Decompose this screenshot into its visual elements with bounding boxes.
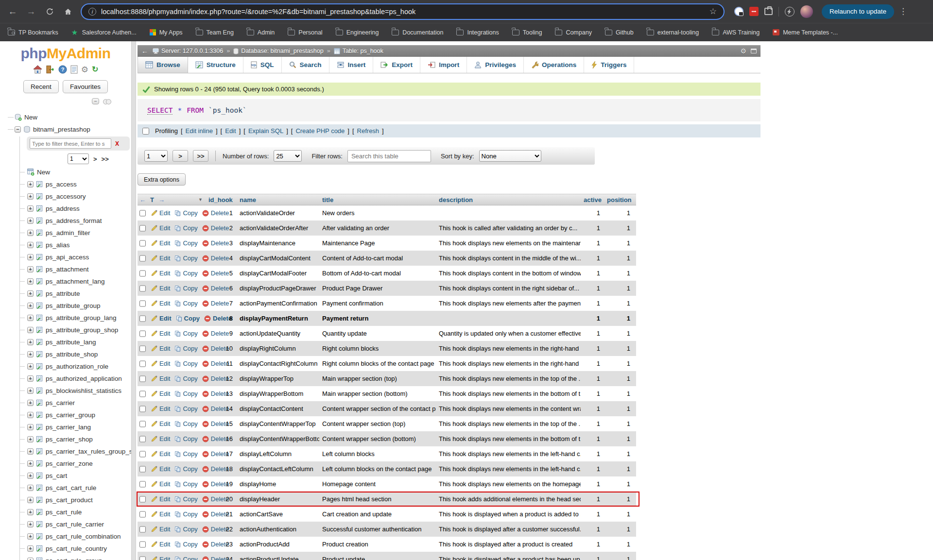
fulltext-left-icon[interactable]: ← (139, 196, 146, 204)
expand-icon[interactable]: + (27, 485, 34, 491)
sidebar-item-table[interactable]: + ps_blockwishlist_statistics (20, 385, 131, 397)
create-php-code-link[interactable]: Create PHP code (295, 127, 345, 135)
sidebar-item-table[interactable]: + ps_attachment (20, 263, 131, 275)
expand-icon[interactable]: + (27, 254, 34, 260)
row-checkbox[interactable] (139, 496, 146, 503)
expand-icon[interactable]: + (27, 497, 34, 503)
tree-filter-input[interactable] (30, 138, 111, 149)
sidebar-item-table[interactable]: + ps_attribute (20, 288, 131, 300)
sidebar-item-table[interactable]: + ps_attribute_shop (20, 348, 131, 360)
sidebar-item-table[interactable]: + ps_address_format (20, 215, 131, 227)
edit-link[interactable]: Edit (151, 270, 170, 277)
row-checkbox[interactable] (139, 526, 146, 533)
sidebar-item-table[interactable]: + ps_authorization_role (20, 360, 131, 373)
edit-link[interactable]: Edit (151, 495, 170, 503)
edit-link[interactable]: Edit (151, 300, 170, 307)
edit-link[interactable]: Edit (151, 450, 170, 458)
edit-link[interactable]: Edit (151, 255, 170, 262)
bookmark-item[interactable]: Tooling (512, 29, 542, 36)
password-manager-icon[interactable] (734, 7, 743, 16)
expand-icon[interactable]: + (27, 460, 34, 467)
expand-icon[interactable]: + (27, 375, 34, 382)
lightning-icon[interactable] (785, 7, 795, 17)
sidebar-item-table[interactable]: + ps_alias (20, 239, 131, 251)
expand-icon[interactable]: + (27, 412, 34, 418)
sidebar-item-table[interactable]: + ps_cart (20, 470, 131, 482)
fulltext-right-icon[interactable]: → (158, 196, 165, 204)
expand-icon[interactable]: + (27, 521, 34, 527)
bookmark-item[interactable]: AWS Training (712, 29, 760, 36)
row-checkbox[interactable] (139, 210, 146, 217)
row-checkbox[interactable] (139, 345, 146, 352)
edit-link[interactable]: Edit (151, 526, 170, 533)
bookmark-item[interactable]: Team Eng (196, 29, 234, 36)
lastpass-icon[interactable]: ••• (749, 7, 759, 16)
bookmark-item[interactable]: Integrations (456, 29, 499, 36)
sidebar-item-table[interactable]: + ps_carrier_shop (20, 433, 131, 445)
copy-link[interactable]: Copy (174, 405, 197, 412)
back-icon[interactable]: ← (5, 4, 20, 19)
expand-icon[interactable]: + (27, 327, 34, 333)
row-checkbox[interactable] (139, 556, 146, 560)
sidebar-item-new-database[interactable]: New (0, 111, 131, 123)
bookmark-star-icon[interactable]: ☆ (709, 6, 717, 17)
expand-icon[interactable]: + (27, 193, 34, 200)
bookmark-item[interactable]: Company (555, 29, 592, 36)
tab-privileges[interactable]: Privileges (467, 57, 524, 73)
copy-link[interactable]: Copy (174, 375, 197, 382)
expand-icon[interactable]: + (27, 558, 34, 560)
copy-link[interactable]: Copy (174, 345, 197, 352)
expand-icon[interactable]: + (27, 363, 34, 370)
column-header-position[interactable]: position (604, 196, 636, 204)
edit-inline-link[interactable]: Edit inline (186, 127, 213, 135)
expand-icon[interactable]: + (27, 351, 34, 357)
bookmark-item[interactable]: Github (605, 29, 634, 36)
sidebar-item-table[interactable]: + ps_cart_rule_country (20, 543, 131, 555)
edit-link[interactable]: Edit (151, 390, 170, 397)
collapse-icon[interactable]: − (15, 126, 21, 133)
row-checkbox[interactable] (139, 390, 146, 397)
row-checkbox[interactable] (139, 451, 146, 458)
sidebar-item-table[interactable]: + ps_cart_cart_rule (20, 482, 131, 494)
browser-menu-icon[interactable]: ⋮ (897, 6, 909, 17)
row-checkbox[interactable] (139, 285, 146, 292)
next-page-button[interactable]: > (173, 150, 188, 162)
sidebar-item-table[interactable]: + ps_address (20, 203, 131, 215)
expand-icon[interactable]: + (27, 400, 34, 406)
edit-link[interactable]: Edit (151, 360, 170, 367)
expand-icon[interactable]: + (27, 339, 34, 345)
copy-link[interactable]: Copy (174, 541, 197, 548)
edit-link[interactable]: Edit (151, 405, 170, 412)
row-checkbox[interactable] (139, 330, 146, 337)
docs-icon[interactable] (70, 65, 78, 74)
clear-filter-icon[interactable]: X (115, 140, 119, 147)
filter-input[interactable] (347, 150, 431, 162)
sidebar-item-table[interactable]: + ps_attribute_group_shop (20, 324, 131, 336)
site-info-icon[interactable]: i (88, 8, 96, 16)
collapse-all-icon[interactable]: − (92, 98, 99, 104)
bookmark-item[interactable]: Salesforce Authen... (71, 29, 137, 36)
edit-link[interactable]: Edit (151, 224, 170, 232)
sort-select[interactable]: None (479, 150, 541, 162)
sidebar-item-table[interactable]: + ps_cart_product (20, 494, 131, 506)
row-checkbox[interactable] (139, 481, 146, 488)
bookmark-item[interactable]: external-tooling (647, 29, 699, 36)
edit-link[interactable]: Edit (151, 315, 172, 322)
edit-link[interactable]: Edit (151, 420, 170, 427)
copy-link[interactable]: Copy (174, 270, 197, 277)
expand-icon[interactable]: + (27, 436, 34, 442)
sidebar-item-table[interactable]: + ps_carrier_zone (20, 458, 131, 470)
column-header-active[interactable]: active (581, 196, 604, 204)
row-checkbox[interactable] (139, 541, 146, 548)
row-checkbox[interactable] (139, 406, 146, 412)
sidebar-item-table[interactable]: + ps_admin_filter (20, 227, 131, 239)
reload-icon[interactable] (42, 4, 57, 19)
edit-link[interactable]: Edit (151, 209, 170, 217)
column-options-icon[interactable]: ▼ (198, 197, 203, 202)
favourites-button[interactable]: Favourites (63, 80, 108, 93)
refresh-link[interactable]: Refresh (357, 127, 380, 135)
row-checkbox[interactable] (139, 300, 146, 307)
open-window-icon[interactable] (751, 49, 757, 53)
tab-search[interactable]: Search (282, 57, 329, 73)
refresh-icon[interactable]: ↻ (92, 66, 98, 73)
